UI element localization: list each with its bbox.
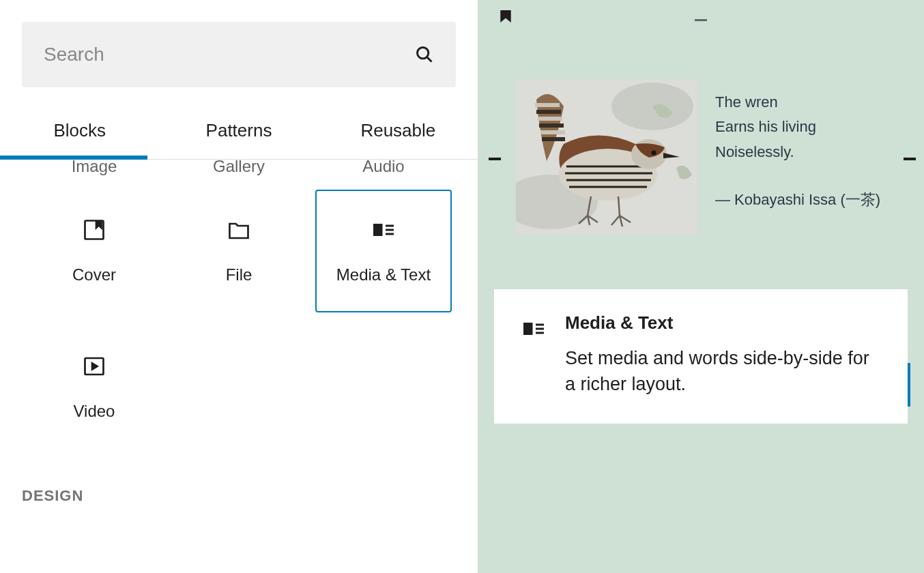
svg-point-0 [418, 48, 429, 59]
tab-reusable[interactable]: Reusable [319, 106, 478, 159]
svg-rect-4 [386, 225, 394, 227]
svg-rect-16 [542, 137, 565, 141]
poem-line: Noiselessly. [715, 140, 886, 164]
poem-line: Earns his living [715, 115, 886, 139]
block-info-card: Media & Text Set media and words side-by… [494, 289, 908, 424]
block-label: Media & Text [336, 265, 431, 284]
svg-rect-26 [536, 328, 544, 330]
block-row: Video [22, 312, 456, 449]
design-section-heading: DESIGN [22, 449, 456, 505]
media-text-icon [371, 218, 396, 242]
block-item-video[interactable]: Video [26, 326, 162, 449]
block-preview-panel: The wren Earns his living Noiselessly. —… [478, 0, 924, 573]
svg-rect-11 [535, 103, 560, 107]
block-list[interactable]: Image Gallery Audio Cover File [0, 160, 478, 573]
svg-rect-24 [523, 323, 533, 335]
svg-line-1 [427, 57, 432, 62]
block-label-image: Image [26, 160, 162, 176]
wren-illustration-icon [516, 79, 697, 235]
svg-rect-15 [540, 130, 565, 134]
inserter-tabs: Blocks Patterns Reusable [0, 106, 478, 160]
info-description: Set media and words side-by-side for a r… [565, 346, 884, 398]
block-inserter-panel: Blocks Patterns Reusable Image Gallery A… [0, 0, 478, 573]
block-row: Cover File Media & Text [22, 176, 456, 312]
svg-rect-25 [536, 324, 544, 326]
media-text-preview: The wren Earns his living Noiselessly. —… [494, 25, 908, 235]
cover-icon [82, 218, 106, 242]
info-title: Media & Text [565, 312, 884, 334]
svg-rect-13 [538, 117, 562, 121]
file-icon [227, 218, 251, 242]
block-label-gallery: Gallery [171, 160, 307, 176]
poem-line: The wren [715, 90, 886, 115]
preview-text: The wren Earns his living Noiselessly. —… [715, 79, 886, 235]
info-text: Media & Text Set media and words side-by… [565, 312, 884, 398]
svg-rect-12 [536, 110, 561, 114]
resize-handle-right[interactable] [904, 158, 916, 160]
svg-rect-5 [386, 229, 394, 231]
svg-rect-14 [539, 123, 564, 128]
block-label: Cover [72, 265, 116, 284]
svg-point-23 [652, 151, 656, 156]
resize-handle-top[interactable] [695, 19, 707, 21]
svg-rect-27 [536, 332, 544, 334]
search-input[interactable] [44, 44, 415, 65]
block-item-file[interactable]: File [171, 190, 307, 312]
partial-row: Image Gallery Audio [22, 160, 456, 176]
tab-patterns[interactable]: Patterns [159, 106, 318, 159]
selection-indicator [908, 363, 910, 407]
block-item-media-text[interactable]: Media & Text [315, 190, 452, 312]
block-label-audio: Audio [315, 160, 452, 176]
block-label: Video [74, 402, 115, 421]
video-icon [82, 354, 106, 379]
media-text-icon [521, 317, 546, 341]
search-box[interactable] [22, 22, 456, 87]
block-label: File [226, 265, 252, 284]
block-item-cover[interactable]: Cover [26, 190, 162, 312]
search-icon [415, 45, 434, 64]
svg-rect-6 [386, 233, 394, 235]
bookmark-icon [500, 10, 511, 23]
search-container [0, 0, 478, 87]
poem-attribution: — Kobayashi Issa (一茶) [715, 188, 886, 212]
svg-rect-3 [373, 224, 383, 236]
tab-blocks[interactable]: Blocks [0, 106, 159, 159]
resize-handle-left[interactable] [489, 158, 501, 160]
preview-image [516, 79, 697, 235]
